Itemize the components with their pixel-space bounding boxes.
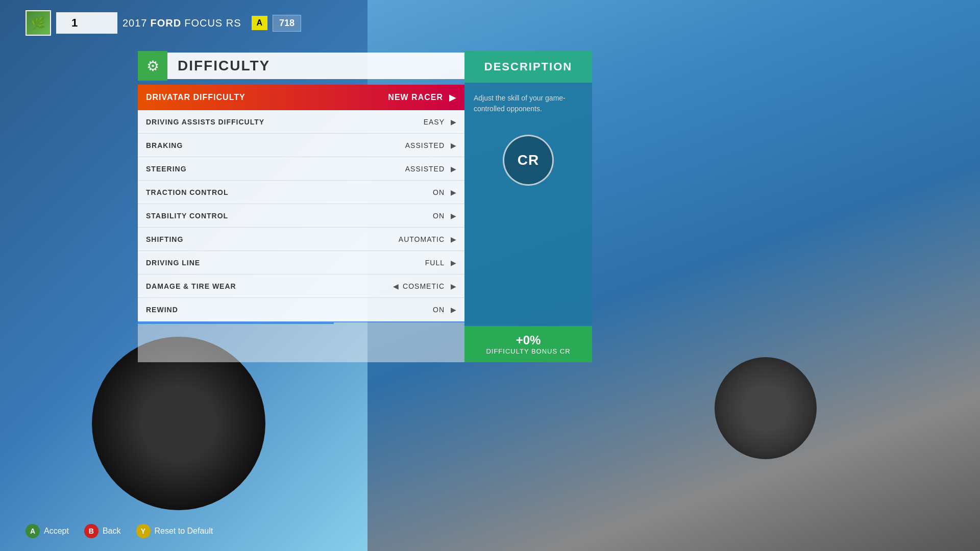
cr-circle: CR [503, 135, 554, 186]
setting-label-shifting: SHIFTING [146, 235, 399, 243]
arrow-right-traction-control: ▶ [451, 188, 456, 196]
back-label: Back [103, 527, 121, 536]
setting-label-driving-line: DRIVING LINE [146, 259, 425, 267]
drivatar-label: DRIVATAR DIFFICULTY [146, 93, 388, 102]
setting-label-traction-control: TRACTION CONTROL [146, 188, 433, 196]
accept-button[interactable]: A Accept [26, 524, 69, 538]
setting-row-driving-assists[interactable]: DRIVING ASSISTS DIFFICULTY EASY ▶ [138, 110, 464, 134]
bonus-label: DIFFICULTY BONUS CR [472, 347, 585, 355]
setting-value-driving-line: FULL [425, 259, 445, 267]
title-text-box: DIFFICULTY [167, 53, 464, 79]
setting-label-damage-tire-wear: DAMAGE & TIRE WEAR [146, 282, 393, 290]
setting-row-damage-tire-wear[interactable]: DAMAGE & TIRE WEAR ◀ COSMETIC ▶ [138, 274, 464, 298]
player-number: 1 [56, 12, 117, 34]
bonus-bar: +0% DIFFICULTY BONUS CR [464, 326, 592, 362]
panel-title-bar: ⚙ DIFFICULTY [138, 51, 464, 81]
settings-panel: DRIVING ASSISTS DIFFICULTY EASY ▶ BRAKIN… [138, 110, 464, 321]
top-bar: 🌿 1 2017 FORD FOCUS RS A 718 [26, 10, 301, 36]
setting-row-rewind[interactable]: REWIND ON ▶ [138, 298, 464, 321]
setting-row-stability-control[interactable]: STABILITY CONTROL ON ▶ [138, 204, 464, 228]
reset-button[interactable]: Y Reset to Default [136, 524, 213, 538]
car-title: 2017 FORD FOCUS RS [122, 17, 241, 29]
accept-label: Accept [44, 527, 69, 536]
car-rating: 718 [273, 15, 301, 32]
setting-value-braking: ASSISTED [405, 141, 445, 149]
bottom-controls: A Accept B Back Y Reset to Default [26, 524, 213, 538]
gear-icon-box: ⚙ [138, 51, 167, 81]
player-avatar: 🌿 [26, 10, 51, 36]
setting-value-traction-control: ON [433, 188, 445, 196]
left-panel: ⚙ DIFFICULTY DRIVATAR DIFFICULTY NEW RAC… [138, 51, 464, 362]
car-model: FOCUS RS [184, 17, 241, 29]
setting-value-stability-control: ON [433, 212, 445, 220]
setting-label-braking: BRAKING [146, 141, 405, 149]
setting-value-shifting: AUTOMATIC [399, 235, 445, 243]
setting-row-driving-line[interactable]: DRIVING LINE FULL ▶ [138, 251, 464, 274]
description-title: DESCRIPTION [484, 60, 572, 73]
setting-label-driving-assists: DRIVING ASSISTS DIFFICULTY [146, 118, 424, 126]
a-button-icon: A [26, 524, 40, 538]
arrow-right-driving-line: ▶ [451, 259, 456, 267]
arrow-right-steering: ▶ [451, 165, 456, 173]
description-header: DESCRIPTION [464, 51, 592, 83]
arrow-right-driving-assists: ▶ [451, 118, 456, 126]
setting-value-steering: ASSISTED [405, 165, 445, 173]
reset-label: Reset to Default [155, 527, 213, 536]
setting-label-rewind: REWIND [146, 306, 433, 314]
arrow-right-shifting: ▶ [451, 235, 456, 243]
setting-label-stability-control: STABILITY CONTROL [146, 212, 433, 220]
wheel-left [92, 337, 265, 510]
car-brand: FORD [151, 17, 182, 29]
setting-row-traction-control[interactable]: TRACTION CONTROL ON ▶ [138, 181, 464, 204]
setting-value-damage-tire-wear: COSMETIC [403, 282, 445, 290]
cr-label: CR [518, 152, 539, 168]
right-panel: DESCRIPTION Adjust the skill of your gam… [464, 51, 592, 362]
setting-row-braking[interactable]: BRAKING ASSISTED ▶ [138, 134, 464, 157]
car-year: 2017 [122, 17, 148, 29]
gear-icon: ⚙ [146, 58, 159, 74]
back-button[interactable]: B Back [84, 524, 121, 538]
setting-value-driving-assists: EASY [424, 118, 445, 126]
scroll-bar [138, 322, 334, 324]
setting-label-steering: STEERING [146, 165, 405, 173]
main-ui: ⚙ DIFFICULTY DRIVATAR DIFFICULTY NEW RAC… [138, 51, 592, 362]
scroll-area [138, 321, 464, 362]
arrow-right-rewind: ▶ [451, 306, 456, 314]
drivatar-value: NEW RACER [388, 93, 443, 102]
y-button-icon: Y [136, 524, 151, 538]
arrow-left-damage-tire-wear[interactable]: ◀ [393, 282, 399, 290]
description-body: Adjust the skill of your game-controlled… [464, 83, 592, 326]
panel-title: DIFFICULTY [178, 58, 270, 73]
setting-row-shifting[interactable]: SHIFTING AUTOMATIC ▶ [138, 228, 464, 251]
car-class-badge: A [252, 16, 268, 30]
drivatar-arrow-right: ▶ [449, 92, 456, 103]
setting-row-steering[interactable]: STEERING ASSISTED ▶ [138, 157, 464, 181]
arrow-right-damage-tire-wear: ▶ [451, 282, 456, 290]
arrow-right-braking: ▶ [451, 141, 456, 149]
b-button-icon: B [84, 524, 99, 538]
bonus-percent: +0% [472, 333, 585, 347]
description-text: Adjust the skill of your game-controlled… [474, 93, 583, 114]
drivatar-difficulty-row[interactable]: DRIVATAR DIFFICULTY NEW RACER ▶ [138, 85, 464, 110]
setting-value-rewind: ON [433, 306, 445, 314]
wheel-right [715, 357, 817, 459]
arrow-right-stability-control: ▶ [451, 212, 456, 220]
